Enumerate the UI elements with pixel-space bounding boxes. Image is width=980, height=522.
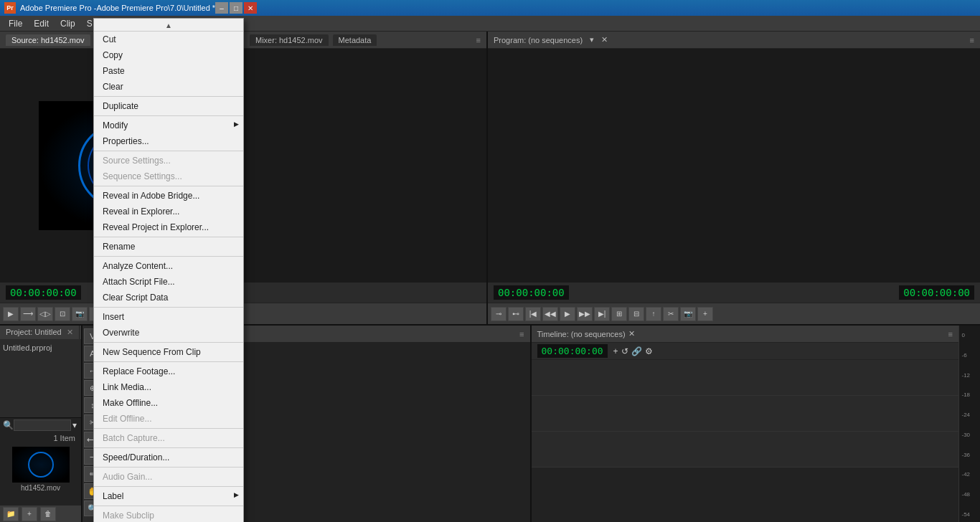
cm-insert[interactable]: Insert	[94, 309, 243, 325]
project-delete[interactable]: 🗑	[40, 507, 56, 521]
program-panel-header: Program: (no sequences) ▾ ✕ ≡	[488, 32, 980, 49]
meter-label-48: -48	[962, 491, 978, 498]
markers-panel-menu[interactable]: ≡	[519, 330, 524, 338]
cm-copy[interactable]: Copy	[94, 47, 243, 63]
program-overwrite[interactable]: ⊟	[628, 307, 644, 321]
cm-clear-script[interactable]: Clear Script Data	[94, 290, 243, 305]
project-search-input[interactable]	[14, 419, 71, 431]
cm-batch-capture: Batch Capture...	[94, 430, 243, 446]
timeline-label: Timeline: (no sequences)	[537, 330, 626, 338]
source-camera[interactable]: 📷	[72, 307, 88, 321]
context-menu-scroll-up[interactable]: ▲	[94, 20, 243, 32]
cm-make-offline[interactable]: Make Offline...	[94, 395, 243, 411]
cm-modify[interactable]: Modify	[94, 118, 243, 133]
middle-video-area	[244, 49, 486, 283]
menu-file[interactable]: File	[3, 17, 28, 30]
timeline-link-btn[interactable]: 🔗	[631, 346, 642, 356]
meter-label-6: -6	[962, 352, 978, 359]
cm-analyze[interactable]: Analyze Content...	[94, 258, 243, 274]
metadata-tab[interactable]: Metadata	[333, 34, 377, 46]
minimize-button[interactable]: –	[215, 2, 228, 14]
timeline-tracks	[532, 360, 959, 522]
scroll-up-arrow[interactable]: ▲	[165, 22, 172, 29]
program-step-back[interactable]: ◀◀	[542, 307, 558, 321]
cm-rename[interactable]: Rename	[94, 239, 243, 255]
title-bar: Pr Adobe Premiere Pro - Adobe Premiere P…	[0, 0, 980, 16]
timeline-close[interactable]: ✕	[628, 329, 635, 338]
project-tabs-bar: Project: Untitled ✕	[0, 326, 81, 339]
program-lift[interactable]: ↑	[646, 307, 661, 321]
timeline-add-btn[interactable]: +	[613, 346, 618, 356]
project-thumb-item[interactable]: hd1452.mov	[0, 444, 81, 495]
cm-sep-4	[94, 186, 243, 186]
meter-label-18: -18	[962, 392, 978, 398]
timeline-panel-menu[interactable]: ≡	[948, 330, 953, 338]
cm-sep-10	[94, 428, 243, 429]
middle-controls	[244, 303, 486, 324]
project-file-item[interactable]: Untitled.prproj	[3, 342, 78, 353]
cm-sep-12	[94, 467, 243, 468]
program-panel-menu[interactable]: ≡	[970, 36, 974, 44]
program-close-icon[interactable]: ✕	[601, 35, 608, 44]
program-step-fwd[interactable]: ▶▶	[577, 307, 593, 321]
project-tab-close[interactable]: ✕	[67, 328, 73, 336]
maximize-button[interactable]: □	[230, 2, 242, 14]
menu-edit[interactable]: Edit	[28, 17, 55, 30]
thumb-graphic	[28, 452, 54, 478]
cm-reveal-bridge[interactable]: Reveal in Adobe Bridge...	[94, 188, 243, 204]
program-next-edit[interactable]: ▶|	[594, 307, 610, 321]
cm-cut[interactable]: Cut	[94, 32, 243, 47]
project-new-bin[interactable]: 📁	[3, 507, 19, 521]
program-mark-out[interactable]: ⊷	[508, 307, 524, 321]
cm-reveal-project-explorer[interactable]: Reveal Project in Explorer...	[94, 219, 243, 235]
cm-sep-14	[94, 506, 243, 506]
cm-speed-duration[interactable]: Speed/Duration...	[94, 450, 243, 465]
cm-label[interactable]: Label	[94, 488, 243, 504]
project-bottom-bar: 📁 + 🗑	[0, 505, 81, 522]
cm-make-subclip: Make Subclip	[94, 508, 243, 522]
source-frame-fwd[interactable]: ⊡	[55, 307, 70, 321]
timeline-snap-btn[interactable]: ↺	[621, 346, 628, 356]
source-play-btn[interactable]: ▶	[3, 307, 19, 321]
program-panel: Program: (no sequences) ▾ ✕ ≡ 00:00:00:0…	[488, 32, 980, 324]
cm-replace-footage[interactable]: Replace Footage...	[94, 364, 243, 379]
source-tab[interactable]: Source: hd1452.mov	[6, 34, 90, 46]
cm-sep-6	[94, 256, 243, 257]
cm-clear[interactable]: Clear	[94, 79, 243, 95]
cm-properties[interactable]: Properties...	[94, 133, 243, 149]
context-menu: ▲ Cut Copy Paste Clear Duplicate Modify …	[93, 18, 244, 522]
cm-attach-script[interactable]: Attach Script File...	[94, 274, 243, 290]
cm-new-sequence[interactable]: New Sequence From Clip	[94, 344, 243, 360]
timeline-timecode-bar: 00:00:00:00 + ↺ 🔗 ⚙	[532, 343, 959, 360]
timeline-body	[532, 360, 959, 522]
cm-overwrite[interactable]: Overwrite	[94, 325, 243, 341]
close-button[interactable]: ✕	[244, 2, 257, 14]
program-extract[interactable]: ✂	[663, 307, 679, 321]
program-mark-in[interactable]: ⊸	[491, 307, 507, 321]
program-camera[interactable]: 📷	[680, 307, 696, 321]
program-insert[interactable]: ⊞	[611, 307, 627, 321]
source-in-out[interactable]: ◁▷	[37, 307, 53, 321]
meter-label-30: -30	[962, 432, 978, 438]
middle-panel-menu[interactable]: ≡	[476, 36, 481, 44]
program-play[interactable]: ▶	[560, 307, 575, 321]
source-step-fwd[interactable]: ⟶	[20, 307, 36, 321]
cm-link-media[interactable]: Link Media...	[94, 379, 243, 395]
mixer-tab[interactable]: Mixer: hd1452.mov	[250, 34, 329, 46]
program-controls: ⊸ ⊷ |◀ ◀◀ ▶ ▶▶ ▶| ⊞ ⊟ ↑ ✂ 📷 +	[488, 303, 980, 324]
project-new-item[interactable]: +	[22, 507, 37, 521]
cm-reveal-explorer[interactable]: Reveal in Explorer...	[94, 204, 243, 219]
program-prev-edit[interactable]: |◀	[525, 307, 541, 321]
program-label: Program: (no sequences)	[494, 36, 583, 44]
search-dropdown-icon[interactable]: ▾	[72, 420, 77, 430]
menu-clip[interactable]: Clip	[55, 17, 81, 30]
cm-paste[interactable]: Paste	[94, 63, 243, 79]
project-title-bar: Adobe Premiere Pro\7.0\Untitled *	[96, 4, 215, 12]
program-dropdown-icon[interactable]: ▾	[590, 35, 594, 44]
meter-label-54: -54	[962, 511, 978, 518]
project-tab[interactable]: Project: Untitled ✕	[0, 326, 80, 339]
cm-duplicate[interactable]: Duplicate	[94, 98, 243, 114]
program-add[interactable]: +	[697, 307, 713, 321]
timeline-settings-btn[interactable]: ⚙	[645, 346, 653, 356]
cm-sep-9	[94, 361, 243, 362]
